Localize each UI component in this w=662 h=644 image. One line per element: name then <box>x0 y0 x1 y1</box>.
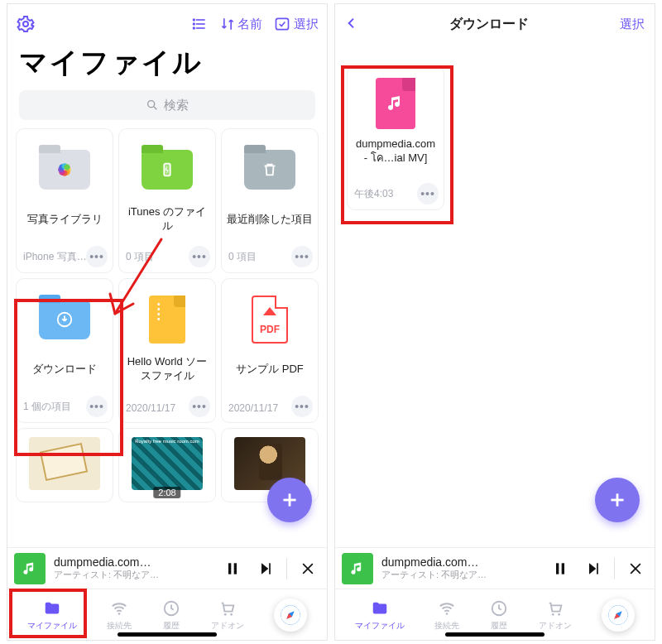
card-title: 写真ライブラリ <box>22 205 108 233</box>
next-button[interactable] <box>581 556 606 581</box>
tab-bar: マイファイル 接続先 履歴 アドオン <box>7 589 327 640</box>
page-title: ダウンロード <box>449 16 529 33</box>
card-title: 最近削除した項目 <box>222 205 318 233</box>
next-button[interactable] <box>253 556 278 581</box>
card-downloads[interactable]: ダウンロード 1 個の項目 ••• <box>16 278 113 423</box>
svg-point-30 <box>230 613 233 615</box>
svg-point-29 <box>224 613 227 615</box>
thumbnail-image: Royalty free music room.com <box>132 437 203 490</box>
tab-history[interactable]: 履歴 <box>161 598 181 632</box>
svg-line-9 <box>154 107 156 109</box>
phone-right-screen: ダウンロード 選択 dumpmedia.com - โค…ial MV] 午後4… <box>334 3 655 641</box>
card-itunes-files[interactable]: iTunes のファイル 0 項目 ••• <box>118 128 216 273</box>
battery-icon <box>142 150 193 190</box>
folder-icon <box>42 598 62 618</box>
card-thumbnail[interactable]: Royalty free music room.com 2:08 <box>118 428 216 502</box>
tab-addon[interactable]: アドオン <box>539 598 572 632</box>
now-playing-text[interactable]: dumpmedia.com… アーティスト: 不明なア… <box>381 555 540 581</box>
music-icon[interactable] <box>14 553 46 584</box>
sort-label: 名前 <box>237 17 262 32</box>
file-card-audio[interactable]: dumpmedia.com - โค…ial MV] 午後4:03 ••• <box>347 65 444 210</box>
svg-rect-36 <box>562 563 564 574</box>
folder-icon <box>39 300 90 339</box>
more-icon[interactable]: ••• <box>189 246 210 267</box>
folder-icon <box>142 150 193 190</box>
tab-myfiles[interactable]: マイファイル <box>355 598 405 632</box>
now-playing-bar: dumpmedia.com… アーティスト: 不明なア… <box>7 547 327 589</box>
more-icon[interactable]: ••• <box>86 246 108 267</box>
compass-icon <box>279 603 302 627</box>
left-topbar: 名前 選択 <box>7 4 327 44</box>
more-icon[interactable]: ••• <box>417 183 439 204</box>
card-thumbnail[interactable] <box>16 428 113 502</box>
card-title: サンプル PDF <box>231 355 309 383</box>
sort-button[interactable]: 名前 <box>219 16 262 32</box>
duration-badge: 2:08 <box>153 487 180 498</box>
svg-point-4 <box>194 19 195 21</box>
audio-file-icon <box>376 78 415 129</box>
svg-point-5 <box>194 23 195 25</box>
svg-point-0 <box>23 22 28 26</box>
tab-addon[interactable]: アドオン <box>211 598 244 632</box>
home-indicator <box>445 632 544 637</box>
svg-rect-37 <box>597 563 598 574</box>
history-icon <box>489 598 509 618</box>
phone-left-screen: 名前 選択 マイファイル 検索 <box>7 3 328 641</box>
settings-icon[interactable] <box>16 14 36 34</box>
list-view-icon[interactable] <box>191 16 208 32</box>
close-button[interactable] <box>295 556 320 581</box>
tab-connect[interactable]: 接続先 <box>434 598 459 632</box>
card-recently-deleted[interactable]: 最近削除した項目 0 項目 ••• <box>221 128 319 273</box>
card-sample-pdf[interactable]: PDF サンプル PDF 2020/11/17 ••• <box>221 278 319 423</box>
file-time: 午後4:03 <box>354 187 393 201</box>
card-photos-library[interactable]: 写真ライブラリ iPhone 写真ラ… ••• <box>16 128 113 273</box>
track-artist: アーティスト: 不明なア… <box>381 569 540 581</box>
zip-file-icon: •••• <box>149 296 185 344</box>
card-sub: 2020/11/17 <box>228 402 278 414</box>
select-button[interactable]: 選択 <box>620 17 645 32</box>
select-button[interactable]: 選択 <box>274 16 319 32</box>
cart-icon <box>545 598 565 618</box>
add-button[interactable] <box>267 478 312 522</box>
more-icon[interactable]: ••• <box>86 396 108 417</box>
svg-point-6 <box>194 27 195 29</box>
svg-rect-35 <box>556 563 559 574</box>
now-playing-text[interactable]: dumpmedia.com… アーティスト: 不明なア… <box>54 555 212 581</box>
track-title: dumpmedia.com… <box>54 555 212 569</box>
track-title: dumpmedia.com… <box>381 555 540 569</box>
thumbnail-image <box>29 437 100 490</box>
tab-history[interactable]: 履歴 <box>489 598 509 632</box>
card-title: Hello World ソースファイル <box>119 355 215 383</box>
file-name: dumpmedia.com - โค…ial MV] <box>348 137 444 166</box>
card-sub: 0 項目 <box>126 250 154 264</box>
search-placeholder: 検索 <box>164 98 189 113</box>
history-icon <box>161 598 181 618</box>
card-sub: 0 項目 <box>228 250 257 264</box>
close-button[interactable] <box>623 556 648 581</box>
tab-browser[interactable] <box>602 598 635 632</box>
svg-point-40 <box>446 613 449 615</box>
download-icon <box>39 300 90 339</box>
tab-bar: マイファイル 接続先 履歴 アドオン <box>335 589 655 640</box>
tab-browser[interactable] <box>274 598 307 632</box>
tab-connect[interactable]: 接続先 <box>107 598 132 632</box>
pause-button[interactable] <box>548 556 573 581</box>
wifi-icon <box>437 598 457 618</box>
more-icon[interactable]: ••• <box>291 396 313 417</box>
select-label: 選択 <box>294 17 319 32</box>
back-button[interactable] <box>345 13 358 35</box>
folder-icon <box>370 598 390 618</box>
track-artist: アーティスト: 不明なア… <box>54 569 212 581</box>
svg-rect-24 <box>269 563 271 574</box>
music-icon[interactable] <box>342 553 373 584</box>
add-button[interactable] <box>595 478 640 522</box>
card-sub: 2020/11/17 <box>126 402 175 414</box>
card-hello-world-zip[interactable]: •••• Hello World ソースファイル 2020/11/17 ••• <box>118 278 216 423</box>
svg-rect-7 <box>276 18 289 29</box>
card-title: ダウンロード <box>27 355 102 383</box>
more-icon[interactable]: ••• <box>291 246 313 267</box>
tab-myfiles[interactable]: マイファイル <box>27 598 77 632</box>
search-input[interactable]: 検索 <box>19 90 315 120</box>
pause-button[interactable] <box>220 556 245 581</box>
more-icon[interactable]: ••• <box>189 396 210 417</box>
